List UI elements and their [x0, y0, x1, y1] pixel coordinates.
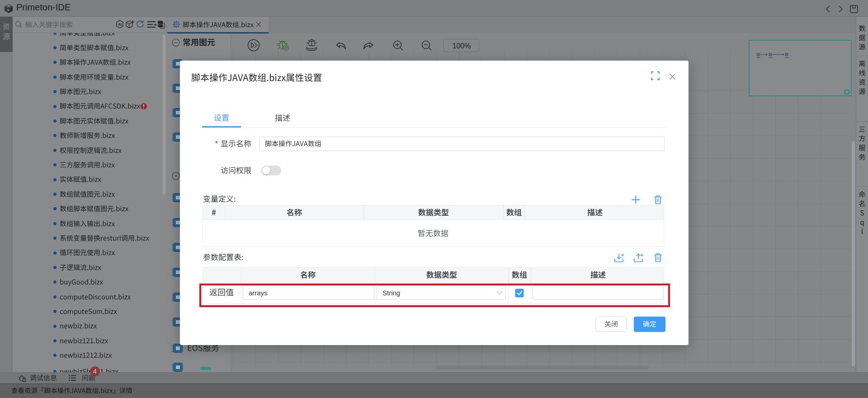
svg-text:AI: AI	[118, 22, 122, 27]
svg-text:R: R	[161, 24, 164, 28]
